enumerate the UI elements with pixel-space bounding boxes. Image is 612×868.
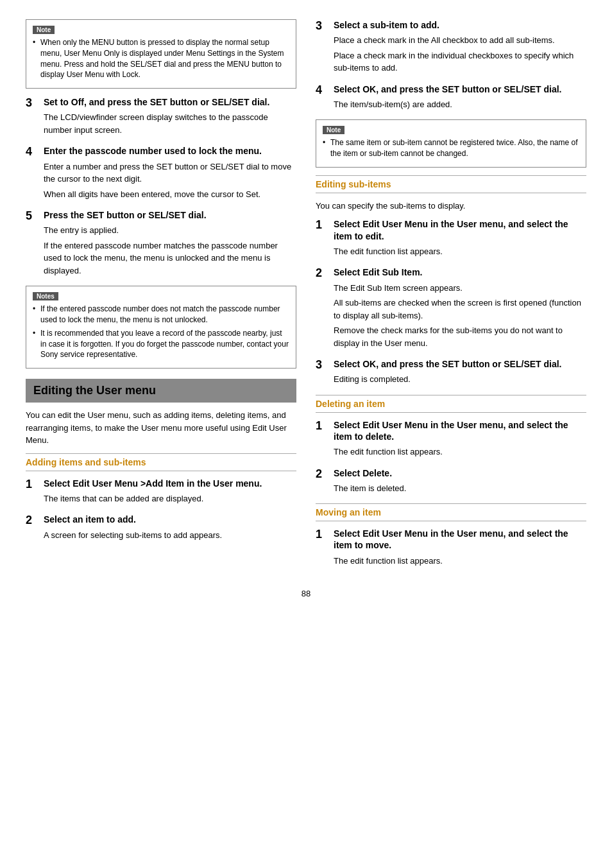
step-5-body2: If the entered passcode number matches t… [44, 239, 296, 277]
moving-header: Moving an item [316, 503, 586, 521]
editing-sub-step-2-body2: All sub-items are checked when the scree… [334, 297, 586, 322]
moving-step-1-content: Select Edit User Menu in the User menu, … [334, 528, 586, 569]
editing-subitems-header: Editing sub-items [316, 175, 586, 193]
moving-step-1-body: The edit function list appears. [334, 555, 586, 568]
right-step-3-title: Select a sub-item to add. [334, 19, 586, 31]
step-5-body1: The entry is applied. [44, 224, 296, 237]
right-note-box: Note The same item or sub-item cannot be… [316, 119, 586, 168]
editing-subitems-title: Editing sub-items [316, 179, 391, 189]
deleting-step-1-number: 1 [316, 419, 327, 461]
deleting-title: Deleting an item [316, 399, 385, 409]
step-3-title: Set to Off, and press the SET button or … [44, 96, 296, 108]
right-step-3-content: Select a sub-item to add. Place a check … [334, 19, 586, 77]
editing-sub-step-2: 2 Select Edit Sub Item. The Edit Sub Ite… [316, 266, 586, 352]
editing-sub-step-3-number: 3 [316, 358, 327, 388]
deleting-step-1-body: The edit function list appears. [334, 446, 586, 458]
step-3-body: The LCD/viewfinder screen display switch… [44, 111, 296, 136]
step-5-left: 5 Press the SET button or SEL/SET dial. … [26, 209, 296, 279]
right-step-3: 3 Select a sub-item to add. Place a chec… [316, 19, 586, 77]
right-note-item-1: The same item or sub-item cannot be regi… [323, 137, 579, 159]
editing-sub-step-1-body: The edit function list appears. [334, 245, 586, 258]
deleting-step-2-content: Select Delete. The item is deleted. [334, 467, 586, 498]
notes-item-2: It is recommended that you leave a recor… [33, 328, 289, 360]
editing-user-menu-header: Editing the User menu [26, 379, 296, 403]
editing-sub-step-3-content: Select OK, and press the SET button or S… [334, 358, 586, 388]
step-5-content: Press the SET button or SEL/SET dial. Th… [44, 209, 296, 279]
adding-step-1: 1 Select Edit User Menu >Add Item in the… [26, 478, 296, 508]
editing-sub-step-3: 3 Select OK, and press the SET button or… [316, 358, 586, 388]
adding-step-1-title: Select Edit User Menu >Add Item in the U… [44, 478, 296, 489]
deleting-step-2-number: 2 [316, 467, 327, 498]
adding-step-2-number: 2 [26, 514, 37, 544]
step-4-content: Enter the passcode number used to lock t… [44, 145, 296, 203]
step-4-body2: When all digits have been entered, move … [44, 188, 296, 201]
right-step-3-number: 3 [316, 19, 327, 77]
step-4-left: 4 Enter the passcode number used to lock… [26, 145, 296, 203]
right-step-3-body1: Place a check mark in the All checkbox t… [334, 34, 586, 47]
top-note-item-1: When only the MENU button is pressed to … [33, 37, 289, 80]
step-4-body1: Enter a number and press the SET button … [44, 161, 296, 186]
adding-items-header: Adding items and sub-items [26, 453, 296, 471]
adding-step-1-body: The items that can be added are displaye… [44, 492, 296, 505]
step-4-title: Enter the passcode number used to lock t… [44, 145, 296, 157]
deleting-step-1-title: Select Edit User Menu in the User menu, … [334, 419, 586, 442]
right-note-list: The same item or sub-item cannot be regi… [323, 137, 579, 159]
left-column: Note When only the MENU button is presse… [26, 19, 296, 576]
step-3-content: Set to Off, and press the SET button or … [44, 96, 296, 139]
note-label: Note [33, 26, 55, 34]
right-step-4-title: Select OK, and press the SET button or S… [334, 83, 586, 95]
right-step-3-body2: Place a check mark in the individual che… [334, 49, 586, 74]
editing-user-menu-intro: You can edit the User menu, such as addi… [26, 409, 296, 447]
editing-sub-step-1-number: 1 [316, 218, 327, 260]
editing-subitems-intro: You can specify the sub-items to display… [316, 200, 586, 213]
right-step-4-body: The item/sub-item(s) are added. [334, 98, 586, 111]
editing-sub-step-3-title: Select OK, and press the SET button or S… [334, 358, 586, 370]
notes-label: Notes [33, 292, 58, 300]
right-column: 3 Select a sub-item to add. Place a chec… [316, 19, 586, 576]
editing-sub-step-2-title: Select Edit Sub Item. [334, 266, 586, 278]
step-3-left: 3 Set to Off, and press the SET button o… [26, 96, 296, 139]
adding-step-1-content: Select Edit User Menu >Add Item in the U… [44, 478, 296, 508]
step-4-number: 4 [26, 145, 37, 203]
right-step-4: 4 Select OK, and press the SET button or… [316, 83, 586, 114]
moving-step-1-title: Select Edit User Menu in the User menu, … [334, 528, 586, 551]
editing-sub-step-1-title: Select Edit User Menu in the User menu, … [334, 218, 586, 241]
adding-step-2-content: Select an item to add. A screen for sele… [44, 514, 296, 544]
editing-sub-step-1-content: Select Edit User Menu in the User menu, … [334, 218, 586, 260]
notes-item-1: If the entered passcode number does not … [33, 304, 289, 326]
adding-step-2: 2 Select an item to add. A screen for se… [26, 514, 296, 544]
right-note-label: Note [323, 126, 344, 134]
right-step-4-number: 4 [316, 83, 327, 114]
editing-sub-step-2-body1: The Edit Sub Item screen appears. [334, 282, 586, 295]
step-3-number: 3 [26, 96, 37, 139]
editing-sub-step-1: 1 Select Edit User Menu in the User menu… [316, 218, 586, 260]
notes-list: If the entered passcode number does not … [33, 304, 289, 360]
deleting-step-2-title: Select Delete. [334, 467, 586, 479]
step-5-number: 5 [26, 209, 37, 279]
editing-sub-step-2-content: Select Edit Sub Item. The Edit Sub Item … [334, 266, 586, 352]
adding-items-title: Adding items and sub-items [26, 457, 146, 467]
right-step-4-content: Select OK, and press the SET button or S… [334, 83, 586, 114]
editing-sub-step-3-body: Editing is completed. [334, 373, 586, 386]
page-number: 88 [26, 589, 586, 598]
adding-step-2-body: A screen for selecting sub-items to add … [44, 529, 296, 542]
adding-step-1-number: 1 [26, 478, 37, 508]
deleting-step-2: 2 Select Delete. The item is deleted. [316, 467, 586, 498]
notes-box: Notes If the entered passcode number doe… [26, 286, 296, 369]
step-5-title: Press the SET button or SEL/SET dial. [44, 209, 296, 221]
editing-sub-step-2-body3: Remove the check marks for the sub-items… [334, 324, 586, 349]
deleting-header: Deleting an item [316, 395, 586, 413]
top-note-list: When only the MENU button is pressed to … [33, 37, 289, 80]
moving-step-1: 1 Select Edit User Menu in the User menu… [316, 528, 586, 569]
top-note-box: Note When only the MENU button is presse… [26, 19, 296, 89]
moving-title: Moving an item [316, 507, 381, 517]
deleting-step-2-body: The item is deleted. [334, 482, 586, 495]
adding-step-2-title: Select an item to add. [44, 514, 296, 525]
deleting-step-1: 1 Select Edit User Menu in the User menu… [316, 419, 586, 461]
editing-sub-step-2-number: 2 [316, 266, 327, 352]
moving-step-1-number: 1 [316, 528, 327, 569]
deleting-step-1-content: Select Edit User Menu in the User menu, … [334, 419, 586, 461]
